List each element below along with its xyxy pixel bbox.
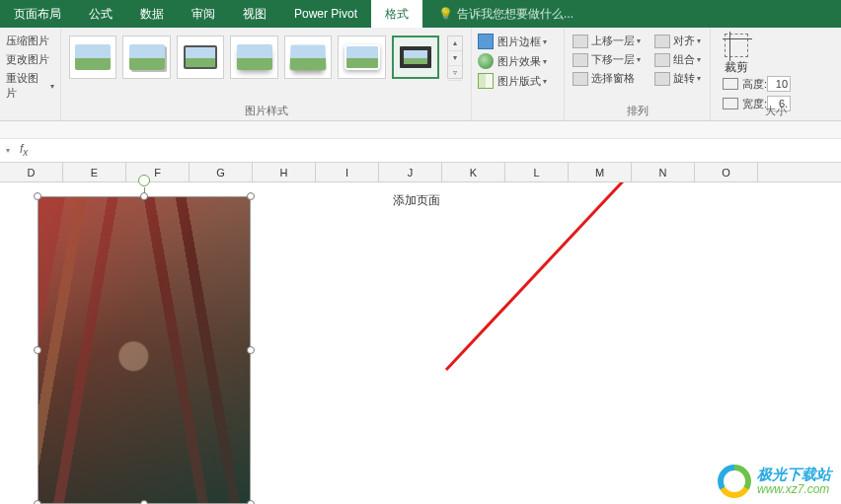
resize-handle-bl[interactable] (34, 500, 41, 504)
watermark-url: www.xz7.com (757, 483, 831, 496)
col-L[interactable]: L (505, 163, 569, 181)
column-headers: D E F G H I J K L M N O (0, 163, 841, 182)
picture-effects-button[interactable]: 图片效果▾ (478, 51, 558, 71)
tab-view[interactable]: 视图 (229, 0, 280, 28)
resize-handle-t[interactable] (140, 192, 148, 200)
picture-layout-button[interactable]: 图片版式▾ (478, 71, 558, 91)
ribbon-tabs: 页面布局 公式 数据 审阅 视图 Power Pivot 格式 💡 告诉我您想要… (0, 0, 841, 28)
tab-page-layout[interactable]: 页面布局 (0, 0, 75, 28)
resize-handle-tl[interactable] (34, 192, 41, 200)
rotate-icon (654, 72, 670, 86)
tell-me-search[interactable]: 💡 告诉我您想要做什么... (422, 0, 573, 28)
bring-forward-button[interactable]: 上移一层▾ (571, 32, 652, 50)
picture-style-4[interactable] (230, 36, 277, 79)
scroll-up-icon[interactable]: ▴ (448, 36, 462, 51)
layout-icon (478, 73, 494, 89)
send-backward-icon (573, 53, 588, 67)
chevron-down-icon: ▾ (543, 77, 547, 86)
inserted-picture[interactable] (38, 196, 251, 504)
height-input[interactable]: 10 (767, 76, 791, 92)
col-F[interactable]: F (126, 163, 190, 181)
group-picture-styles: ▴ ▾ ▿ 图片样式 (61, 28, 472, 120)
expand-gallery-icon[interactable]: ▿ (448, 66, 462, 81)
rotate-button[interactable]: 旋转▾ (652, 69, 704, 88)
picture-border-button[interactable]: 图片边框▾ (478, 32, 558, 51)
group-size: 裁剪 高度: 10 宽度: 6. 大小 (711, 28, 841, 120)
resize-handle-br[interactable] (247, 500, 255, 504)
col-M[interactable]: M (569, 163, 632, 181)
picture-styles-more[interactable]: ▴ ▾ ▿ (447, 36, 463, 79)
height-field-row: 高度: 10 (723, 76, 835, 92)
group-label-arrange: 排列 (565, 104, 710, 118)
col-O[interactable]: O (695, 163, 758, 181)
picture-style-1[interactable] (69, 36, 116, 79)
watermark-title: 极光下载站 (757, 467, 831, 483)
crop-button[interactable]: 裁剪 (717, 34, 756, 76)
col-N[interactable]: N (632, 163, 695, 181)
group-label-size: 大小 (711, 104, 841, 118)
reset-picture-button[interactable]: 重设图片▾ (6, 69, 54, 103)
picture-style-2[interactable] (122, 36, 170, 79)
tell-me-placeholder: 告诉我您想要做什么... (457, 6, 573, 23)
resize-handle-b[interactable] (140, 500, 148, 504)
chevron-down-icon: ▾ (637, 36, 641, 45)
group-icon (654, 53, 670, 67)
resize-handle-l[interactable] (34, 346, 41, 354)
tab-powerpivot[interactable]: Power Pivot (280, 0, 371, 28)
group-adjust: 压缩图片 更改图片 重设图片▾ (0, 28, 61, 120)
col-E[interactable]: E (63, 163, 126, 181)
height-label: 高度: (742, 77, 767, 92)
tab-data[interactable]: 数据 (126, 0, 178, 28)
selection-pane-button[interactable]: 选择窗格 (571, 69, 652, 88)
fx-button[interactable]: fx (20, 142, 28, 158)
chevron-down-icon: ▾ (697, 74, 701, 83)
crop-icon (725, 34, 748, 57)
watermark-logo-icon (718, 465, 751, 498)
picture-style-7[interactable] (392, 36, 440, 79)
send-backward-button[interactable]: 下移一层▾ (571, 50, 652, 69)
col-J[interactable]: J (379, 163, 442, 181)
col-H[interactable]: H (253, 163, 316, 181)
chevron-down-icon: ▾ (543, 37, 547, 46)
ribbon: 压缩图片 更改图片 重设图片▾ ▴ ▾ ▿ 图片样式 图片边框▾ 图片效果▾ 图… (0, 28, 841, 121)
quick-access-area (0, 121, 841, 139)
picture-style-6[interactable] (338, 36, 385, 79)
resize-handle-r[interactable] (247, 346, 255, 354)
col-G[interactable]: G (190, 163, 253, 181)
resize-handle-tr[interactable] (247, 192, 255, 200)
col-I[interactable]: I (316, 163, 379, 181)
compress-pictures-button[interactable]: 压缩图片 (6, 32, 54, 50)
effects-icon (478, 53, 494, 69)
name-box-dropdown[interactable]: ▾ (6, 146, 10, 155)
tab-formulas[interactable]: 公式 (75, 0, 126, 28)
picture-style-3[interactable] (177, 36, 224, 79)
height-icon (723, 78, 738, 90)
rotate-handle[interactable] (138, 175, 150, 186)
align-button[interactable]: 对齐▾ (652, 32, 704, 50)
picture-style-5[interactable] (284, 36, 332, 79)
worksheet-area[interactable]: 添加页面 极光下载站 www.xz7.com (0, 182, 841, 504)
group-label-styles: 图片样式 (61, 104, 471, 118)
picture-styles-gallery: ▴ ▾ ▿ (67, 32, 465, 83)
svg-line-0 (446, 182, 679, 370)
group-arrange: 上移一层▾ 下移一层▾ 选择窗格 对齐▾ 组合▾ 旋转▾ 排列 (565, 28, 711, 120)
scroll-down-icon[interactable]: ▾ (448, 51, 462, 66)
col-D[interactable]: D (0, 163, 63, 181)
chevron-down-icon: ▾ (50, 82, 54, 91)
watermark: 极光下载站 www.xz7.com (718, 465, 831, 498)
tab-review[interactable]: 审阅 (178, 0, 229, 28)
selection-pane-icon (573, 72, 588, 86)
chevron-down-icon: ▾ (697, 36, 701, 45)
group-picture-format: 图片边框▾ 图片效果▾ 图片版式▾ (472, 28, 565, 120)
bulb-icon: 💡 (438, 7, 453, 21)
chevron-down-icon: ▾ (543, 57, 547, 66)
chevron-down-icon: ▾ (697, 55, 701, 64)
formula-bar: ▾ fx (0, 139, 841, 163)
tab-format[interactable]: 格式 (371, 0, 422, 28)
group-button[interactable]: 组合▾ (652, 50, 704, 69)
change-picture-button[interactable]: 更改图片 (6, 50, 54, 69)
col-K[interactable]: K (442, 163, 505, 181)
cell-text: 添加页面 (393, 192, 440, 209)
chevron-down-icon: ▾ (637, 55, 641, 64)
bring-forward-icon (573, 35, 588, 48)
